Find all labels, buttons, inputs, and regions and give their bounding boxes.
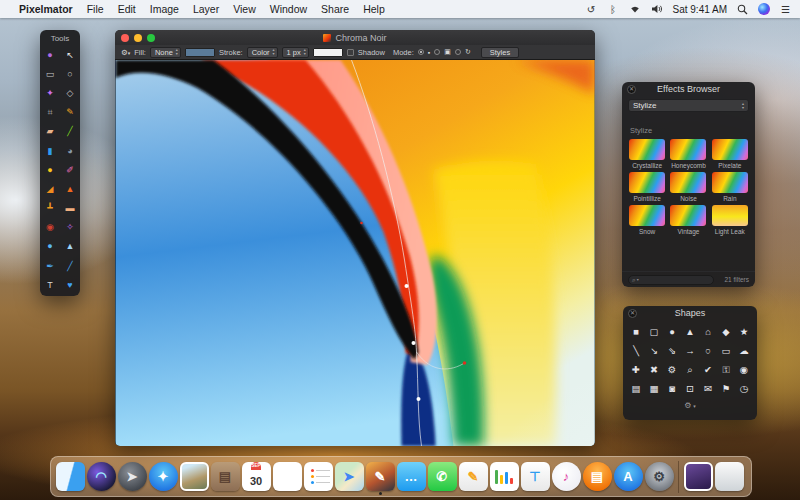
burn-tool[interactable]: ▲	[60, 179, 80, 198]
dock-item-contacts[interactable]: ▤	[210, 459, 240, 495]
lasso-tool[interactable]: ◇	[60, 83, 80, 102]
shape-tool[interactable]: ♥	[60, 275, 80, 294]
color-swatch-tool[interactable]: ▮	[40, 141, 60, 160]
close-button[interactable]	[121, 34, 129, 42]
checkmark-shape[interactable]: ✔	[699, 360, 717, 379]
image-shape[interactable]: ▦	[645, 379, 663, 398]
photos-icon[interactable]	[180, 462, 209, 491]
itunes-icon[interactable]: ♪	[552, 462, 581, 491]
close-icon[interactable]: ✕	[627, 85, 636, 94]
menu-item-share[interactable]: Share	[314, 3, 356, 15]
clone-stamp-tool[interactable]: ┻	[40, 199, 60, 218]
arrow-tool[interactable]: ↖	[60, 45, 80, 64]
menu-item-view[interactable]: View	[226, 3, 263, 15]
close-icon[interactable]: ✕	[628, 309, 637, 318]
gear-icon[interactable]: ⚙▾	[121, 48, 130, 57]
wifi-icon[interactable]	[629, 3, 642, 16]
dock-item-reminders[interactable]	[303, 459, 333, 495]
menu-item-file[interactable]: File	[80, 3, 111, 15]
launchpad-icon[interactable]: ➤	[118, 462, 147, 491]
dock-item-minimized-window[interactable]	[683, 459, 713, 495]
stroke-width-field[interactable]: 1 px ▴▾	[282, 47, 309, 58]
filter-thumbnail[interactable]	[712, 205, 748, 226]
pencil-tool[interactable]: ✎	[60, 103, 80, 122]
styles-button[interactable]: Styles	[481, 47, 519, 58]
mode-rotate-radio[interactable]	[455, 49, 461, 55]
triangle-shape[interactable]: ▲	[681, 322, 699, 341]
dock-item-ibooks[interactable]: ▤	[582, 459, 612, 495]
smudge-tool[interactable]: ◢	[40, 179, 60, 198]
filter-thumbnail[interactable]	[629, 172, 665, 193]
cross-shape[interactable]: ✖	[645, 360, 663, 379]
siri-icon[interactable]	[758, 3, 770, 15]
filter-pointillize[interactable]: Pointillize	[628, 172, 666, 202]
filter-noise[interactable]: Noise	[669, 172, 707, 202]
dock-item-facetime[interactable]: ✆	[427, 459, 457, 495]
circle-shape[interactable]: ●	[663, 322, 681, 341]
filter-thumbnail[interactable]	[670, 205, 706, 226]
dock-item-trash[interactable]	[714, 459, 744, 495]
clock-shape[interactable]: ◷	[735, 379, 753, 398]
pixelmator-icon[interactable]: ✎	[366, 462, 395, 491]
dodge-tool[interactable]: ●	[40, 160, 60, 179]
ibooks-icon[interactable]: ▤	[583, 462, 612, 491]
menu-item-help[interactable]: Help	[356, 3, 392, 15]
line-shape[interactable]: ╲	[627, 341, 645, 360]
stroke-color-swatch[interactable]	[313, 48, 343, 57]
dock-item-maps[interactable]: ➤	[334, 459, 364, 495]
fill-select[interactable]: None ▴▾	[150, 47, 181, 58]
dock-item-messages[interactable]: …	[396, 459, 426, 495]
dock-item-numbers[interactable]	[489, 459, 519, 495]
fill-color-swatch[interactable]	[185, 48, 215, 57]
lock-shape[interactable]: ⚿	[717, 360, 735, 379]
time-machine-icon[interactable]: ↺	[585, 3, 598, 16]
magic-wand-tool[interactable]: ✦	[40, 83, 60, 102]
filter-thumbnail[interactable]	[670, 172, 706, 193]
effects-category-select[interactable]: Stylize ▴▾	[628, 99, 749, 112]
filter-pixelate[interactable]: Pixelate	[711, 139, 749, 169]
dock-item-finder[interactable]	[55, 459, 85, 495]
camera-shape[interactable]: ◙	[663, 379, 681, 398]
mode-overlap-radio[interactable]	[434, 49, 440, 55]
bluetooth-icon[interactable]: ᛒ	[607, 3, 620, 16]
red-eye-tool[interactable]: ◉	[40, 218, 60, 237]
dock-item-calendar[interactable]: SEP30	[241, 459, 271, 495]
healing-tool[interactable]: ▬	[60, 199, 80, 218]
filter-honeycomb[interactable]: Honeycomb	[669, 139, 707, 169]
maps-icon[interactable]: ➤	[335, 462, 364, 491]
rect-bubble-shape[interactable]: ▭	[717, 341, 735, 360]
messages-icon[interactable]: …	[397, 462, 426, 491]
plus-shape[interactable]: ✚	[627, 360, 645, 379]
double-arrow-line-shape[interactable]: ⇘	[663, 341, 681, 360]
zoom-button[interactable]	[147, 34, 155, 42]
rounded-square-shape[interactable]: ▢	[645, 322, 663, 341]
reminders-icon[interactable]	[304, 462, 333, 491]
pages-icon[interactable]: ✎	[459, 462, 488, 491]
numbers-icon[interactable]	[490, 462, 519, 491]
crop-tool[interactable]: ⌗	[40, 103, 60, 122]
menu-item-image[interactable]: Image	[143, 3, 186, 15]
filter-rain[interactable]: Rain	[711, 172, 749, 202]
minimized-window-icon[interactable]	[684, 462, 713, 491]
dock-item-notes[interactable]	[272, 459, 302, 495]
calendar-icon[interactable]: SEP30	[242, 462, 271, 491]
mode-fill-radio[interactable]	[418, 49, 424, 55]
menu-item-window[interactable]: Window	[263, 3, 314, 15]
finder-icon[interactable]	[56, 462, 85, 491]
menu-item-pixelmator[interactable]: Pixelmator	[12, 3, 80, 15]
shapes-settings-button[interactable]: ⚙▾	[623, 399, 757, 412]
dock-item-keynote[interactable]: ⊤	[520, 459, 550, 495]
envelope-shape[interactable]: ✉	[699, 379, 717, 398]
menu-item-edit[interactable]: Edit	[111, 3, 143, 15]
trash-icon[interactable]	[715, 462, 744, 491]
dock-item-safari[interactable]: ✦	[148, 459, 178, 495]
menu-bar-clock[interactable]: Sat 9:41 AM	[673, 4, 727, 15]
minimize-button[interactable]	[134, 34, 142, 42]
window-titlebar[interactable]: Chroma Noir	[115, 30, 595, 45]
eraser-tool[interactable]: ▰	[40, 122, 60, 141]
dock-item-pixelmator[interactable]: ✎	[365, 459, 395, 495]
dock-item-photos[interactable]	[179, 459, 209, 495]
notification-center-icon[interactable]: ☰	[779, 3, 792, 16]
filter-vintage[interactable]: Vintage	[669, 205, 707, 235]
stroke-select[interactable]: Color ▴▾	[247, 47, 278, 58]
